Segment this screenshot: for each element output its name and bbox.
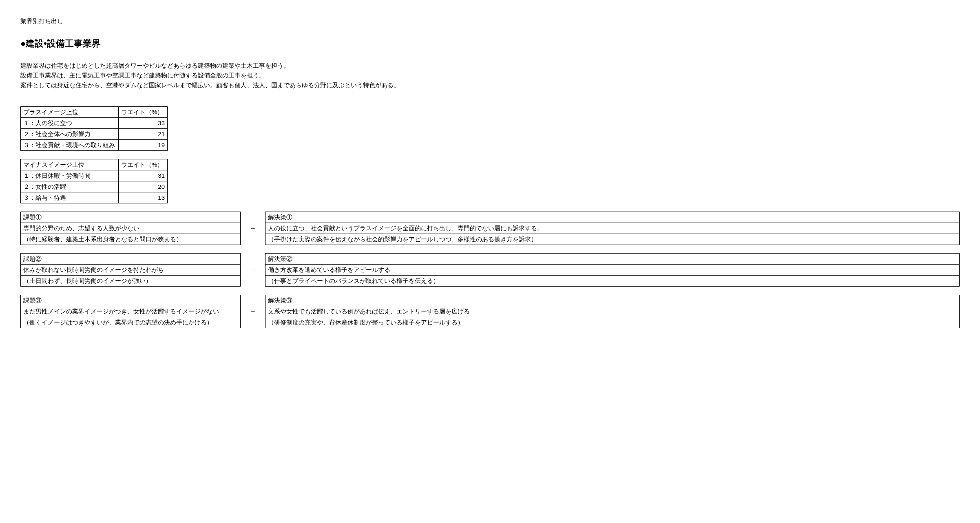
solution-line: 文系や女性でも活躍している例があれば伝え、エントリーする層を広げる	[265, 306, 959, 317]
issue-line: 休みが取れない長時間労働のイメージを持たれがち	[21, 264, 240, 275]
table-cell-weight: 20	[119, 181, 168, 192]
intro-line: 設備工事業界は、主に電気工事や空調工事など建築物に付随する設備全般の工事を担う。	[20, 71, 960, 80]
table-header-weight: ウエイト（%）	[119, 107, 168, 118]
issue-line: 専門的分野のため、志望する人数が少ない	[21, 223, 240, 234]
issue-row: 課題③ まだ男性メインの業界イメージがつき、女性が活躍するイメージがない （働く…	[20, 295, 960, 328]
solution-title: 解決策③	[265, 295, 959, 306]
table-cell-label: １：人の役に立つ	[21, 118, 119, 129]
intro-line: 建設業界は住宅をはじめとした超高層タワーやビルなどあらゆる建築物の建築や土木工事…	[20, 61, 960, 71]
issue-line: （特に経験者、建築土木系出身者となると間口が狭まる）	[21, 234, 240, 245]
table-header-label: プラスイメージ上位	[21, 107, 119, 118]
section-heading: ●建設•設備工事業界	[20, 36, 960, 51]
arrow-icon: →	[245, 223, 261, 234]
table-cell-weight: 33	[119, 118, 168, 129]
solution-title: 解決策②	[265, 254, 959, 264]
arrow-icon: →	[245, 265, 261, 275]
issue-row: 課題① 専門的分野のため、志望する人数が少ない （特に経験者、建築土木系出身者と…	[20, 212, 960, 245]
issue-title: 課題①	[21, 212, 240, 223]
issue-title: 課題③	[21, 295, 240, 306]
table-cell-weight: 31	[119, 170, 168, 181]
table-header-label: マイナスイメージ上位	[21, 159, 119, 170]
table-row: ２：女性の活躍 20	[21, 181, 168, 192]
solution-line: （仕事とプライベートのバランスが取れている様子を伝える）	[265, 275, 959, 286]
table-cell-label: ２：女性の活躍	[21, 181, 119, 192]
issues-block: 課題① 専門的分野のため、志望する人数が少ない （特に経験者、建築土木系出身者と…	[20, 212, 960, 328]
issue-line: （働くイメージはつきやすいが、業界内での志望の決め手にかける）	[21, 317, 240, 328]
table-row: ３：給与・待遇 13	[21, 192, 168, 203]
issue-box: 課題① 専門的分野のため、志望する人数が少ない （特に経験者、建築土木系出身者と…	[20, 212, 241, 245]
table-cell-weight: 19	[119, 140, 168, 151]
page-label: 業界別打ち出し	[20, 16, 960, 26]
negative-image-table: マイナスイメージ上位 ウエイト（%） １：休日休暇・労働時間 31 ２：女性の活…	[20, 159, 168, 203]
solution-line: （研修制度の充実や、育休産休制度が整っている様子をアピールする）	[265, 317, 959, 328]
solution-line: （手掛けた実際の案件を伝えながら社会的影響力をアピールしつつ、多様性のある働き方…	[265, 234, 959, 245]
intro-line: 案件としては身近な住宅から、空港やダムなど国家レベルまで幅広い。顧客も個人、法人…	[20, 80, 960, 90]
issue-line: まだ男性メインの業界イメージがつき、女性が活躍するイメージがない	[21, 306, 240, 317]
issue-title: 課題②	[21, 254, 240, 264]
table-row: ２：社会全体への影響力 21	[21, 129, 168, 140]
solution-line: 働き方改革を進めている様子をアピールする	[265, 264, 959, 275]
solution-box: 解決策③ 文系や女性でも活躍している例があれば伝え、エントリーする層を広げる （…	[265, 295, 960, 328]
issue-box: 課題③ まだ男性メインの業界イメージがつき、女性が活躍するイメージがない （働く…	[20, 295, 241, 328]
table-row: １：人の役に立つ 33	[21, 118, 168, 129]
solution-line: 人の役に立つ、社会貢献というプラスイメージを全面的に打ち出し、専門的でない層にも…	[265, 223, 959, 234]
table-header-weight: ウエイト（%）	[119, 159, 168, 170]
issue-box: 課題② 休みが取れない長時間労働のイメージを持たれがち （土日問わず、長時間労働…	[20, 253, 241, 287]
table-row: ３：社会貢献・環境への取り組み 19	[21, 140, 168, 151]
table-cell-weight: 21	[119, 129, 168, 140]
table-cell-label: ２：社会全体への影響力	[21, 129, 119, 140]
issue-row: 課題② 休みが取れない長時間労働のイメージを持たれがち （土日問わず、長時間労働…	[20, 253, 960, 287]
solution-box: 解決策② 働き方改革を進めている様子をアピールする （仕事とプライベートのバラン…	[265, 253, 960, 287]
issue-line: （土日問わず、長時間労働のイメージが強い）	[21, 275, 240, 286]
table-cell-label: ３：社会貢献・環境への取り組み	[21, 140, 119, 151]
arrow-icon: →	[245, 306, 261, 317]
positive-image-table: プラスイメージ上位 ウエイト（%） １：人の役に立つ 33 ２：社会全体への影響…	[20, 106, 168, 151]
solution-box: 解決策① 人の役に立つ、社会貢献というプラスイメージを全面的に打ち出し、専門的で…	[265, 212, 960, 245]
table-cell-label: １：休日休暇・労働時間	[21, 170, 119, 181]
intro-block: 建設業界は住宅をはじめとした超高層タワーやビルなどあらゆる建築物の建築や土木工事…	[20, 61, 960, 90]
table-row: １：休日休暇・労働時間 31	[21, 170, 168, 181]
solution-title: 解決策①	[265, 212, 959, 223]
table-cell-weight: 13	[119, 192, 168, 203]
table-cell-label: ３：給与・待遇	[21, 192, 119, 203]
